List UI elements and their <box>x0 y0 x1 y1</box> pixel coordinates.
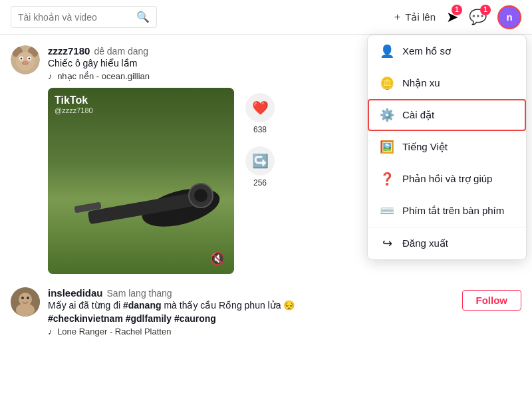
menu-item-profile[interactable]: 👤 Xem hồ sơ <box>368 35 526 67</box>
post-2-user-line: insleedidau Sam lang thang <box>48 287 454 299</box>
menu-item-logout[interactable]: ↪ Đăng xuất <box>368 227 526 259</box>
svg-point-18 <box>21 297 24 299</box>
svg-point-17 <box>16 303 35 317</box>
follow-button[interactable]: Follow <box>462 290 522 311</box>
tiktok-watermark: TikTok @zzzz7180 <box>55 94 93 114</box>
post-2-hashtags: #checkinvietnam #gdlfamily #caurong <box>48 313 454 324</box>
music-icon-2: ♪ <box>48 327 53 336</box>
menu-label-settings: Cài đặt <box>402 109 434 121</box>
message-button[interactable]: 💬 1 <box>469 9 487 26</box>
post-2-description: Mấy ai đã từng đi #danang mà thấy cầu Rồ… <box>48 300 454 311</box>
language-icon: 🖼️ <box>380 140 394 154</box>
post-2-display-name: Sam lang thang <box>107 288 172 299</box>
hashtag-danang: #danang <box>123 300 162 311</box>
menu-label-language: Tiếng Việt <box>402 141 448 153</box>
message-badge: 1 <box>480 5 491 15</box>
post-1-actions: ❤️ 638 ↪️ 256 <box>243 88 277 188</box>
post-2-username[interactable]: insleedidau <box>48 287 103 299</box>
menu-label-coins: Nhận xu <box>402 77 440 89</box>
menu-label-feedback: Phản hồi và trợ giúp <box>402 173 492 185</box>
coins-icon: 🪙 <box>380 76 394 90</box>
feedback-icon: ❓ <box>380 172 394 186</box>
svg-point-7 <box>29 58 31 60</box>
post-1-username[interactable]: zzzz7180 <box>48 45 90 57</box>
notification-button[interactable]: ➤ 1 <box>446 9 458 26</box>
header-right: ＋ Tải lên ➤ 1 💬 1 n <box>392 5 521 29</box>
menu-label-logout: Đăng xuất <box>402 237 448 249</box>
video-player[interactable]: TikTok @zzzz7180 🔇 <box>48 88 234 274</box>
like-button[interactable]: ❤️ <box>245 93 275 122</box>
post-1-avatar[interactable] <box>11 45 40 74</box>
svg-point-6 <box>21 58 23 60</box>
post-2-music: ♪ Lone Ranger - Rachel Platten <box>48 327 454 336</box>
post-2-avatar[interactable] <box>11 287 40 317</box>
logout-icon: ↪ <box>380 236 394 251</box>
plus-icon: ＋ <box>392 11 402 23</box>
menu-item-language[interactable]: 🖼️ Tiếng Việt <box>368 131 526 163</box>
share-count: 256 <box>253 178 267 188</box>
hashtag-gdlfamily: #gdlfamily <box>126 313 172 324</box>
search-input[interactable] <box>18 12 131 23</box>
settings-icon: ⚙️ <box>380 108 394 122</box>
post-2-content: insleedidau Sam lang thang Mấy ai đã từn… <box>48 287 454 343</box>
upload-button[interactable]: ＋ Tải lên <box>392 11 436 23</box>
svg-point-19 <box>27 297 29 299</box>
keyboard-icon: ⌨️ <box>380 203 394 218</box>
notification-badge: 1 <box>452 5 462 15</box>
menu-item-feedback[interactable]: ❓ Phản hồi và trợ giúp <box>368 163 526 195</box>
tiktok-handle: @zzzz7180 <box>55 106 93 114</box>
hashtag-caurong: #caurong <box>174 313 216 324</box>
search-bar[interactable]: 🔍 <box>11 6 157 28</box>
menu-item-settings[interactable]: ⚙️ Cài đặt <box>368 99 526 131</box>
menu-label-profile: Xem hồ sơ <box>402 45 451 57</box>
profile-icon: 👤 <box>380 44 394 59</box>
header: 🔍 ＋ Tải lên ➤ 1 💬 1 n <box>0 0 532 35</box>
svg-point-13 <box>194 189 207 202</box>
music-icon: ♪ <box>48 71 53 81</box>
hashtag-checkinvietnam: #checkinvietnam <box>48 313 123 324</box>
video-content: TikTok @zzzz7180 🔇 <box>48 88 234 274</box>
dropdown-menu: 👤 Xem hồ sơ 🪙 Nhận xu ⚙️ Cài đặt 🖼️ Tiến… <box>367 35 527 260</box>
avatar-button[interactable]: n <box>497 5 521 29</box>
share-button[interactable]: ↪️ <box>245 146 275 176</box>
post-2: insleedidau Sam lang thang Mấy ai đã từn… <box>11 287 521 343</box>
post-1-display-name: dê dam dang <box>94 46 148 57</box>
like-count: 638 <box>253 125 267 134</box>
svg-point-9 <box>24 62 27 65</box>
mute-button[interactable]: 🔇 <box>210 251 225 266</box>
search-icon: 🔍 <box>136 11 150 23</box>
menu-item-coins[interactable]: 🪙 Nhận xu <box>368 67 526 99</box>
menu-label-keyboard: Phím tắt trên bàn phím <box>402 205 504 217</box>
menu-item-keyboard[interactable]: ⌨️ Phím tắt trên bàn phím <box>368 195 526 227</box>
upload-label: Tải lên <box>405 11 436 23</box>
